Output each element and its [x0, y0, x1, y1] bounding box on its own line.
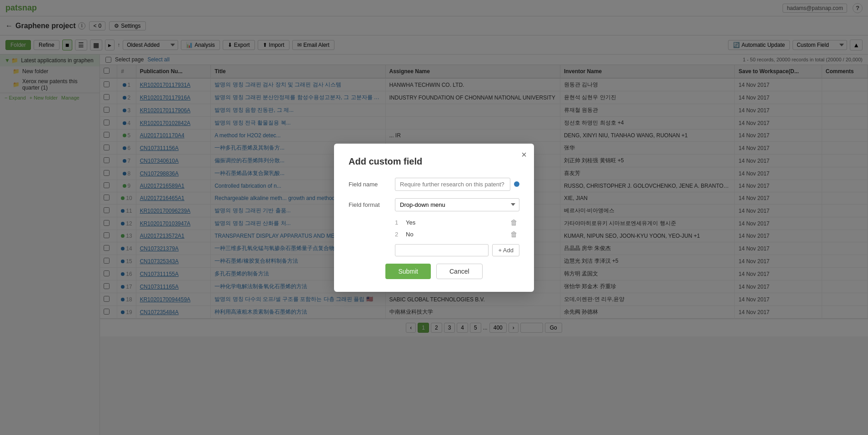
modal-title: Add custom field [349, 156, 519, 167]
delete-option-2-button[interactable]: 🗑 [509, 230, 519, 239]
cancel-button[interactable]: Cancel [436, 264, 483, 279]
add-option-button[interactable]: + Add [492, 244, 519, 256]
option-text-2: No [406, 231, 505, 238]
modal-overlay: Add custom field × Field name Field form… [0, 0, 868, 435]
option-row-1: 1 Yes 🗑 [395, 219, 519, 227]
modal-close-button[interactable]: × [521, 150, 527, 159]
field-format-select[interactable]: Drop-down menu Text Number Date [395, 198, 519, 211]
add-custom-field-modal: Add custom field × Field name Field form… [334, 144, 534, 292]
options-list: 1 Yes 🗑 2 No 🗑 [395, 219, 519, 239]
add-option-input[interactable] [395, 244, 489, 256]
submit-button[interactable]: Submit [385, 264, 431, 279]
field-name-row: Field name [349, 178, 519, 191]
field-name-input[interactable] [395, 178, 510, 191]
option-num-1: 1 [395, 219, 402, 226]
field-name-status-dot [514, 181, 519, 187]
modal-actions: Submit Cancel [349, 264, 519, 279]
option-num-2: 2 [395, 231, 402, 238]
field-format-label: Field format [349, 201, 389, 208]
delete-option-1-button[interactable]: 🗑 [509, 219, 519, 227]
option-row-2: 2 No 🗑 [395, 230, 519, 239]
field-name-label: Field name [349, 181, 389, 188]
field-format-row: Field format Drop-down menu Text Number … [349, 198, 519, 211]
option-text-1: Yes [406, 219, 505, 226]
add-option-row: + Add [395, 244, 519, 256]
